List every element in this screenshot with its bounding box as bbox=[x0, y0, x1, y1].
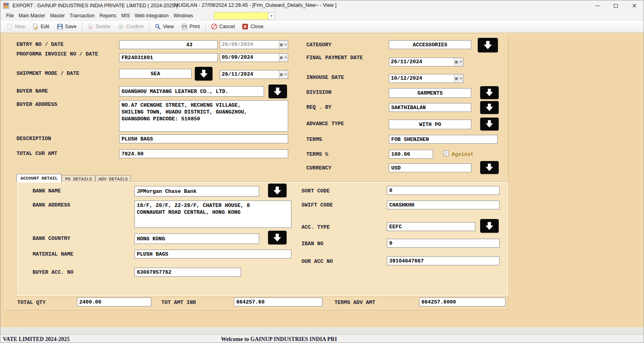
menu-web-integration[interactable]: Web Integration bbox=[132, 11, 171, 20]
edit-button[interactable]: Edit bbox=[29, 22, 53, 31]
currency-input[interactable] bbox=[389, 163, 471, 172]
division-dropdown-button[interactable] bbox=[480, 86, 499, 99]
against-checkbox[interactable]: ✓ bbox=[443, 151, 449, 156]
close-button-label: Close bbox=[250, 24, 263, 29]
acc-type-input[interactable] bbox=[387, 222, 475, 231]
req-by-input[interactable] bbox=[389, 103, 471, 112]
shipment-date-field[interactable]: 26/11/2024 ▦▼ bbox=[220, 70, 288, 79]
minimize-button[interactable] bbox=[588, 0, 607, 11]
menu-file[interactable]: File bbox=[4, 11, 16, 20]
iban-no-input[interactable] bbox=[387, 239, 500, 248]
bank-name-label: BANK NAME bbox=[33, 188, 61, 194]
dropdown-icon[interactable]: ▼ bbox=[283, 56, 288, 59]
save-button[interactable]: Save bbox=[53, 22, 80, 31]
close-window-button[interactable] bbox=[625, 0, 644, 11]
inhouse-date-label: INHOUSE DATE bbox=[306, 74, 344, 81]
acc-type-dropdown-button[interactable] bbox=[480, 219, 499, 233]
calendar-icon[interactable]: ▦ bbox=[279, 72, 283, 77]
bank-country-dropdown-button[interactable] bbox=[268, 231, 287, 244]
menu-transaction[interactable]: Transaction bbox=[67, 11, 97, 20]
terms-input[interactable] bbox=[389, 135, 497, 144]
menu-reports[interactable]: Reports bbox=[97, 11, 119, 20]
tot-amt-inr-label: TOT AMT INR bbox=[161, 300, 196, 306]
bank-name-dropdown-button[interactable] bbox=[268, 184, 287, 197]
req-by-dropdown-button[interactable] bbox=[480, 101, 499, 114]
print-button[interactable]: Print bbox=[178, 22, 204, 31]
proforma-date-field[interactable]: 05/09/2024 ▦▼ bbox=[220, 53, 288, 62]
close-button[interactable]: Close bbox=[238, 22, 267, 31]
entry-date-field[interactable]: 26/09/2024 ▦▼ bbox=[220, 40, 288, 49]
shipment-mode-dropdown-button[interactable] bbox=[195, 67, 213, 81]
calendar-icon[interactable]: ▦ bbox=[454, 76, 458, 81]
proforma-invoice-label: PROFORMA INVOICE NO / DATE bbox=[17, 51, 98, 57]
category-dropdown-button[interactable] bbox=[478, 38, 498, 52]
bank-address-label: BANK ADDRESS bbox=[33, 202, 70, 208]
shipment-mode-input[interactable] bbox=[119, 69, 192, 79]
sort-code-input[interactable] bbox=[387, 186, 500, 195]
dropdown-icon[interactable]: ▼ bbox=[458, 60, 463, 64]
menu-mis[interactable]: MIS bbox=[119, 11, 132, 20]
swift-code-input[interactable] bbox=[387, 200, 500, 209]
menu-bar: File Main Master Master Transaction Repo… bbox=[0, 11, 644, 21]
tab-po-details[interactable]: PO DETAILS bbox=[62, 175, 95, 182]
tab-adv-details[interactable]: ADV DETAILS bbox=[95, 175, 131, 182]
down-arrow-icon bbox=[272, 233, 283, 242]
our-acc-no-label: OUR ACC NO bbox=[301, 258, 333, 264]
terms-adv-amt-input[interactable] bbox=[419, 298, 506, 306]
dropdown-icon[interactable]: ▼ bbox=[458, 77, 463, 80]
maximize-button[interactable] bbox=[607, 0, 625, 11]
bank-name-input[interactable] bbox=[134, 186, 259, 196]
window-controls bbox=[588, 0, 644, 11]
category-input[interactable] bbox=[389, 40, 471, 49]
tot-amt-inr-input[interactable] bbox=[234, 298, 322, 306]
view-button[interactable]: View bbox=[151, 22, 178, 31]
swift-code-label: SWIFT CODE bbox=[301, 202, 333, 208]
entry-date-value: 26/09/2024 bbox=[220, 41, 279, 49]
advance-type-dropdown-button[interactable] bbox=[480, 118, 499, 130]
total-qty-input[interactable] bbox=[77, 298, 151, 306]
calendar-icon[interactable]: ▦ bbox=[279, 55, 283, 60]
material-name-input[interactable] bbox=[134, 250, 291, 258]
combo-dropdown-icon[interactable]: ▼ bbox=[268, 12, 275, 20]
quick-search-combo: ▼ bbox=[214, 12, 275, 20]
confirm-button[interactable]: Confirm bbox=[114, 22, 147, 31]
final-payment-date-field[interactable]: 26/11/2024 ▦▼ bbox=[389, 58, 463, 66]
quick-search-input[interactable] bbox=[214, 12, 268, 20]
menu-main-master[interactable]: Main Master bbox=[16, 11, 47, 20]
cancel-button[interactable]: Cancel bbox=[207, 22, 239, 31]
description-input[interactable] bbox=[119, 134, 288, 143]
buyer-acc-no-input[interactable] bbox=[134, 268, 241, 277]
tab-account-detail[interactable]: ACCOUNT DETAIL bbox=[17, 174, 62, 182]
terms-pct-input[interactable] bbox=[389, 150, 433, 159]
buyer-address-input[interactable]: NO.A7 CHENGHE STREET, HECHENG VILLAGE, S… bbox=[119, 100, 288, 132]
maximize-icon bbox=[614, 4, 618, 8]
close-form-icon bbox=[242, 23, 248, 30]
inhouse-date-field[interactable]: 10/12/2024 ▦▼ bbox=[389, 74, 463, 83]
iban-no-label: IBAN NO bbox=[301, 241, 324, 247]
division-input[interactable] bbox=[389, 88, 471, 98]
buyer-name-input[interactable] bbox=[119, 86, 264, 97]
dropdown-icon[interactable]: ▼ bbox=[283, 43, 288, 46]
toolbar-separator bbox=[82, 23, 82, 31]
buyer-name-dropdown-button[interactable] bbox=[268, 85, 287, 98]
dropdown-icon[interactable]: ▼ bbox=[283, 73, 288, 76]
delete-button[interactable]: Delete bbox=[84, 22, 114, 31]
down-arrow-icon bbox=[272, 87, 283, 96]
entry-no-input[interactable] bbox=[119, 40, 218, 49]
our-acc-no-input[interactable] bbox=[387, 256, 500, 265]
calendar-icon[interactable]: ▦ bbox=[279, 42, 283, 47]
status-bar: VATE LIMITED 2024-2025 Welcome to GAINUP… bbox=[0, 335, 644, 343]
proforma-invoice-input[interactable] bbox=[119, 53, 218, 62]
total-cur-amt-input[interactable] bbox=[119, 149, 288, 158]
entry-no-date-label: ENTRY NO / DATE bbox=[17, 41, 64, 48]
currency-dropdown-button[interactable] bbox=[480, 161, 499, 174]
menu-master[interactable]: Master bbox=[47, 11, 67, 20]
calendar-icon[interactable]: ▦ bbox=[454, 60, 458, 64]
bank-address-input[interactable]: 18/F, 20/F, 22-29/F, CHATER HOUSE, 8 CON… bbox=[134, 200, 291, 228]
menu-windows[interactable]: Windows bbox=[171, 11, 196, 20]
window-title: EXPORT : GAINUP INDUSTRIES INDIA PRIVATE… bbox=[12, 3, 178, 8]
advance-type-input[interactable] bbox=[389, 120, 471, 129]
edit-button-label: Edit bbox=[41, 24, 50, 29]
new-button[interactable]: New bbox=[3, 22, 29, 31]
bank-country-input[interactable] bbox=[134, 233, 259, 244]
